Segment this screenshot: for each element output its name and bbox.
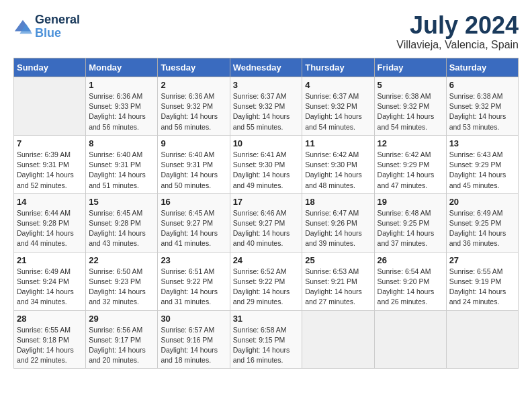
calendar-cell: 6Sunrise: 6:38 AM Sunset: 9:32 PM Daylig… bbox=[446, 77, 518, 136]
calendar-cell: 29Sunrise: 6:56 AM Sunset: 9:17 PM Dayli… bbox=[86, 310, 158, 369]
day-number: 2 bbox=[161, 80, 226, 90]
day-info: Sunrise: 6:44 AM Sunset: 9:28 PM Dayligh… bbox=[17, 208, 83, 249]
day-number: 24 bbox=[233, 255, 300, 265]
header-day: Sunday bbox=[14, 58, 86, 77]
calendar-cell bbox=[302, 310, 374, 369]
day-number: 16 bbox=[161, 197, 226, 207]
day-info: Sunrise: 6:42 AM Sunset: 9:30 PM Dayligh… bbox=[305, 150, 371, 191]
day-number: 22 bbox=[89, 255, 154, 265]
calendar-cell: 25Sunrise: 6:53 AM Sunset: 9:21 PM Dayli… bbox=[302, 252, 374, 310]
header-day: Monday bbox=[86, 58, 158, 77]
header-day: Thursday bbox=[302, 58, 374, 77]
header-day: Tuesday bbox=[158, 58, 230, 77]
day-number: 19 bbox=[378, 197, 443, 207]
calendar-cell: 13Sunrise: 6:43 AM Sunset: 9:29 PM Dayli… bbox=[446, 135, 518, 193]
day-number: 7 bbox=[17, 138, 83, 148]
day-number: 5 bbox=[378, 80, 443, 90]
day-number: 17 bbox=[233, 197, 300, 207]
header-day: Saturday bbox=[446, 58, 518, 77]
day-number: 26 bbox=[378, 255, 443, 265]
day-info: Sunrise: 6:45 AM Sunset: 9:27 PM Dayligh… bbox=[161, 208, 226, 249]
calendar-cell: 8Sunrise: 6:40 AM Sunset: 9:31 PM Daylig… bbox=[86, 135, 158, 193]
logo-line1: General bbox=[35, 13, 80, 27]
calendar-cell: 1Sunrise: 6:36 AM Sunset: 9:33 PM Daylig… bbox=[86, 77, 158, 136]
day-info: Sunrise: 6:52 AM Sunset: 9:22 PM Dayligh… bbox=[233, 267, 300, 308]
day-number: 30 bbox=[161, 314, 226, 324]
calendar-cell bbox=[374, 310, 446, 369]
calendar-cell: 2Sunrise: 6:36 AM Sunset: 9:32 PM Daylig… bbox=[158, 77, 230, 136]
day-number: 20 bbox=[449, 197, 515, 207]
day-info: Sunrise: 6:50 AM Sunset: 9:23 PM Dayligh… bbox=[89, 267, 154, 308]
calendar-cell: 5Sunrise: 6:38 AM Sunset: 9:32 PM Daylig… bbox=[374, 77, 446, 136]
page-header: General Blue July 2024 Villavieja, Valen… bbox=[13, 13, 519, 51]
calendar-cell: 9Sunrise: 6:40 AM Sunset: 9:31 PM Daylig… bbox=[158, 135, 230, 193]
day-number: 27 bbox=[449, 255, 515, 265]
day-number: 3 bbox=[233, 80, 300, 90]
day-info: Sunrise: 6:49 AM Sunset: 9:25 PM Dayligh… bbox=[449, 208, 515, 249]
day-info: Sunrise: 6:36 AM Sunset: 9:32 PM Dayligh… bbox=[161, 91, 226, 132]
day-info: Sunrise: 6:43 AM Sunset: 9:29 PM Dayligh… bbox=[449, 150, 515, 191]
day-number: 4 bbox=[305, 80, 371, 90]
day-number: 8 bbox=[89, 138, 154, 148]
day-number: 6 bbox=[449, 80, 515, 90]
calendar-cell: 24Sunrise: 6:52 AM Sunset: 9:22 PM Dayli… bbox=[230, 252, 302, 310]
day-info: Sunrise: 6:53 AM Sunset: 9:21 PM Dayligh… bbox=[305, 267, 371, 308]
day-info: Sunrise: 6:49 AM Sunset: 9:24 PM Dayligh… bbox=[17, 267, 83, 308]
day-number: 23 bbox=[161, 255, 226, 265]
calendar-cell: 7Sunrise: 6:39 AM Sunset: 9:31 PM Daylig… bbox=[14, 135, 86, 193]
title-block: July 2024 Villavieja, Valencia, Spain bbox=[396, 13, 519, 51]
day-info: Sunrise: 6:40 AM Sunset: 9:31 PM Dayligh… bbox=[89, 150, 154, 191]
day-number: 31 bbox=[233, 314, 300, 324]
subtitle: Villavieja, Valencia, Spain bbox=[396, 39, 519, 51]
day-info: Sunrise: 6:48 AM Sunset: 9:25 PM Dayligh… bbox=[378, 208, 443, 249]
day-number: 1 bbox=[89, 80, 154, 90]
calendar-cell: 27Sunrise: 6:55 AM Sunset: 9:19 PM Dayli… bbox=[446, 252, 518, 310]
day-number: 29 bbox=[89, 314, 154, 324]
day-number: 18 bbox=[305, 197, 371, 207]
day-info: Sunrise: 6:38 AM Sunset: 9:32 PM Dayligh… bbox=[449, 91, 515, 132]
calendar-week-row: 14Sunrise: 6:44 AM Sunset: 9:28 PM Dayli… bbox=[14, 193, 519, 252]
day-number: 15 bbox=[89, 197, 154, 207]
header-day: Wednesday bbox=[230, 58, 302, 77]
calendar-cell: 3Sunrise: 6:37 AM Sunset: 9:32 PM Daylig… bbox=[230, 77, 302, 136]
day-info: Sunrise: 6:57 AM Sunset: 9:16 PM Dayligh… bbox=[161, 325, 226, 366]
calendar-cell: 30Sunrise: 6:57 AM Sunset: 9:16 PM Dayli… bbox=[158, 310, 230, 369]
main-title: July 2024 bbox=[396, 13, 519, 38]
calendar-week-row: 21Sunrise: 6:49 AM Sunset: 9:24 PM Dayli… bbox=[14, 252, 519, 310]
day-info: Sunrise: 6:41 AM Sunset: 9:30 PM Dayligh… bbox=[233, 150, 300, 191]
calendar-cell: 19Sunrise: 6:48 AM Sunset: 9:25 PM Dayli… bbox=[374, 193, 446, 252]
logo-icon bbox=[13, 17, 32, 36]
day-number: 11 bbox=[305, 138, 371, 148]
calendar-cell: 17Sunrise: 6:46 AM Sunset: 9:27 PM Dayli… bbox=[230, 193, 302, 252]
calendar-cell: 16Sunrise: 6:45 AM Sunset: 9:27 PM Dayli… bbox=[158, 193, 230, 252]
calendar-cell: 28Sunrise: 6:55 AM Sunset: 9:18 PM Dayli… bbox=[14, 310, 86, 369]
day-info: Sunrise: 6:40 AM Sunset: 9:31 PM Dayligh… bbox=[161, 150, 226, 191]
day-info: Sunrise: 6:36 AM Sunset: 9:33 PM Dayligh… bbox=[89, 91, 154, 132]
calendar-week-row: 1Sunrise: 6:36 AM Sunset: 9:33 PM Daylig… bbox=[14, 77, 519, 136]
day-info: Sunrise: 6:37 AM Sunset: 9:32 PM Dayligh… bbox=[233, 91, 300, 132]
calendar-table: SundayMondayTuesdayWednesdayThursdayFrid… bbox=[13, 58, 519, 369]
calendar-cell: 10Sunrise: 6:41 AM Sunset: 9:30 PM Dayli… bbox=[230, 135, 302, 193]
logo-line2: Blue bbox=[35, 27, 80, 40]
day-info: Sunrise: 6:37 AM Sunset: 9:32 PM Dayligh… bbox=[305, 91, 371, 132]
calendar-cell: 15Sunrise: 6:45 AM Sunset: 9:28 PM Dayli… bbox=[86, 193, 158, 252]
calendar-week-row: 28Sunrise: 6:55 AM Sunset: 9:18 PM Dayli… bbox=[14, 310, 519, 369]
calendar-cell: 12Sunrise: 6:42 AM Sunset: 9:29 PM Dayli… bbox=[374, 135, 446, 193]
day-info: Sunrise: 6:45 AM Sunset: 9:28 PM Dayligh… bbox=[89, 208, 154, 249]
day-info: Sunrise: 6:55 AM Sunset: 9:18 PM Dayligh… bbox=[17, 325, 83, 366]
day-number: 10 bbox=[233, 138, 300, 148]
calendar-cell: 20Sunrise: 6:49 AM Sunset: 9:25 PM Dayli… bbox=[446, 193, 518, 252]
calendar-cell bbox=[446, 310, 518, 369]
day-number: 12 bbox=[378, 138, 443, 148]
day-info: Sunrise: 6:55 AM Sunset: 9:19 PM Dayligh… bbox=[449, 267, 515, 308]
day-number: 14 bbox=[17, 197, 83, 207]
day-info: Sunrise: 6:46 AM Sunset: 9:27 PM Dayligh… bbox=[233, 208, 300, 249]
day-info: Sunrise: 6:58 AM Sunset: 9:15 PM Dayligh… bbox=[233, 325, 300, 366]
day-number: 13 bbox=[449, 138, 515, 148]
day-number: 28 bbox=[17, 314, 83, 324]
day-info: Sunrise: 6:39 AM Sunset: 9:31 PM Dayligh… bbox=[17, 150, 83, 191]
calendar-cell: 11Sunrise: 6:42 AM Sunset: 9:30 PM Dayli… bbox=[302, 135, 374, 193]
day-info: Sunrise: 6:47 AM Sunset: 9:26 PM Dayligh… bbox=[305, 208, 371, 249]
calendar-cell: 31Sunrise: 6:58 AM Sunset: 9:15 PM Dayli… bbox=[230, 310, 302, 369]
calendar-cell: 23Sunrise: 6:51 AM Sunset: 9:22 PM Dayli… bbox=[158, 252, 230, 310]
